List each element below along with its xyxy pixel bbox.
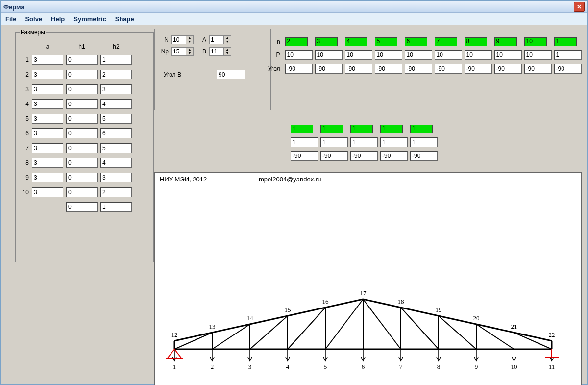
up-icon[interactable]: ▲ bbox=[223, 48, 231, 51]
B-input[interactable] bbox=[210, 48, 223, 55]
down-icon[interactable]: ▼ bbox=[186, 40, 193, 44]
sizes-h1[interactable] bbox=[66, 173, 98, 182]
sizes-a[interactable] bbox=[32, 158, 63, 168]
load-n-cell[interactable]: 1 bbox=[320, 125, 343, 133]
sizes-h1[interactable] bbox=[66, 187, 98, 197]
down-icon[interactable]: ▼ bbox=[223, 40, 231, 44]
sizes-a[interactable] bbox=[32, 84, 63, 94]
menu-shape[interactable]: Shape bbox=[115, 15, 134, 23]
load-cell[interactable] bbox=[524, 64, 552, 74]
sizes-h2[interactable] bbox=[100, 158, 132, 168]
angleB-input[interactable] bbox=[217, 70, 245, 79]
load-cell[interactable] bbox=[554, 64, 582, 74]
load-n-cell[interactable]: 8 bbox=[465, 37, 487, 46]
sizes-a[interactable] bbox=[32, 99, 63, 109]
load-cell[interactable] bbox=[375, 64, 402, 74]
load-n-cell[interactable]: 2 bbox=[285, 37, 308, 46]
load-n-cell[interactable]: 1 bbox=[410, 125, 433, 133]
sizes-h1[interactable] bbox=[66, 158, 98, 168]
load-cell[interactable] bbox=[405, 64, 432, 74]
load-cell[interactable] bbox=[285, 50, 313, 60]
sizes-h1[interactable] bbox=[66, 99, 98, 109]
sizes-h2[interactable] bbox=[100, 70, 132, 79]
sizes-extra-h1[interactable] bbox=[66, 202, 98, 212]
load-cell[interactable] bbox=[494, 50, 522, 60]
load-cell[interactable] bbox=[410, 151, 438, 161]
load-n-cell[interactable]: 10 bbox=[524, 37, 547, 46]
load-cell[interactable] bbox=[435, 50, 462, 60]
load-n-cell[interactable]: 5 bbox=[375, 37, 397, 46]
load-cell[interactable] bbox=[380, 137, 408, 147]
menu-help[interactable]: Help bbox=[51, 15, 65, 23]
N-spinner[interactable]: ▲▼ bbox=[172, 35, 194, 44]
load-cell[interactable] bbox=[350, 151, 378, 161]
menu-file[interactable]: File bbox=[5, 15, 16, 23]
load-n-cell[interactable]: 9 bbox=[494, 37, 517, 46]
sizes-h1[interactable] bbox=[66, 55, 98, 65]
A-input[interactable] bbox=[210, 36, 223, 44]
sizes-a[interactable] bbox=[32, 114, 63, 124]
sizes-h1[interactable] bbox=[66, 128, 98, 138]
load-cell[interactable] bbox=[380, 151, 408, 161]
sizes-h2[interactable] bbox=[100, 84, 132, 94]
load-n-cell[interactable]: 7 bbox=[435, 37, 457, 46]
sizes-h2[interactable] bbox=[100, 114, 132, 124]
load-n-cell[interactable]: 4 bbox=[345, 37, 368, 46]
load-cell[interactable] bbox=[375, 50, 402, 60]
sizes-h1[interactable] bbox=[66, 143, 98, 153]
sizes-h2[interactable] bbox=[100, 173, 132, 182]
menu-symmetric[interactable]: Symmetric bbox=[74, 15, 106, 23]
sizes-h1[interactable] bbox=[66, 84, 98, 94]
load-cell[interactable] bbox=[320, 151, 348, 161]
A-spinner[interactable]: ▲▼ bbox=[209, 35, 231, 44]
load-cell[interactable] bbox=[291, 137, 318, 147]
sizes-h2[interactable] bbox=[100, 128, 132, 138]
N-input[interactable] bbox=[172, 36, 186, 44]
load-n-cell[interactable]: 1 bbox=[554, 37, 577, 46]
up-icon[interactable]: ▲ bbox=[223, 36, 231, 40]
sizes-extra-h2[interactable] bbox=[100, 202, 132, 212]
Np-input[interactable] bbox=[172, 48, 186, 55]
up-icon[interactable]: ▲ bbox=[186, 48, 193, 51]
load-cell[interactable] bbox=[554, 50, 582, 60]
load-cell[interactable] bbox=[410, 137, 438, 147]
load-cell[interactable] bbox=[345, 50, 372, 60]
load-cell[interactable] bbox=[405, 50, 432, 60]
load-n-cell[interactable]: 1 bbox=[380, 125, 403, 133]
sizes-h2[interactable] bbox=[100, 99, 132, 109]
load-cell[interactable] bbox=[345, 64, 372, 74]
sizes-h2[interactable] bbox=[100, 143, 132, 153]
load-n-cell[interactable]: 6 bbox=[405, 37, 427, 46]
load-cell[interactable] bbox=[435, 64, 462, 74]
load-cell[interactable] bbox=[465, 64, 492, 74]
load-cell[interactable] bbox=[494, 64, 522, 74]
load-cell[interactable] bbox=[315, 50, 343, 60]
sizes-h2[interactable] bbox=[100, 55, 132, 65]
menu-solve[interactable]: Solve bbox=[25, 15, 42, 23]
load-n-cell[interactable]: 3 bbox=[315, 37, 338, 46]
down-icon[interactable]: ▼ bbox=[223, 51, 231, 55]
load-cell[interactable] bbox=[315, 64, 343, 74]
B-spinner[interactable]: ▲▼ bbox=[209, 47, 231, 56]
sizes-a[interactable] bbox=[32, 143, 63, 153]
sizes-a[interactable] bbox=[32, 55, 63, 65]
load-cell[interactable] bbox=[465, 50, 492, 60]
sizes-h2[interactable] bbox=[100, 187, 132, 197]
sizes-a[interactable] bbox=[32, 70, 63, 79]
up-icon[interactable]: ▲ bbox=[186, 36, 193, 40]
sizes-h1[interactable] bbox=[66, 114, 98, 124]
sizes-a[interactable] bbox=[32, 128, 63, 138]
load-n-cell[interactable]: 1 bbox=[350, 125, 373, 133]
load-cell[interactable] bbox=[350, 137, 378, 147]
close-button[interactable]: ✕ bbox=[574, 2, 585, 12]
sizes-a[interactable] bbox=[32, 187, 63, 197]
load-cell[interactable] bbox=[524, 50, 552, 60]
sizes-h1[interactable] bbox=[66, 70, 98, 79]
load-n-cell[interactable]: 1 bbox=[291, 125, 313, 133]
load-cell[interactable] bbox=[320, 137, 348, 147]
load-cell[interactable] bbox=[291, 151, 318, 161]
load-cell[interactable] bbox=[285, 64, 313, 74]
Np-spinner[interactable]: ▲▼ bbox=[172, 47, 194, 56]
down-icon[interactable]: ▼ bbox=[186, 51, 193, 55]
sizes-a[interactable] bbox=[32, 173, 63, 182]
